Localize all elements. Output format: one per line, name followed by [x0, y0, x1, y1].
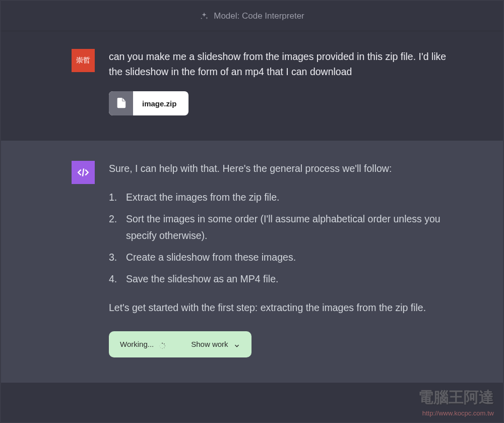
list-item: 2. Sort the images in some order (I'll a…	[109, 211, 453, 244]
list-item: 1. Extract the images from the zip file.	[109, 189, 453, 206]
svg-line-0	[83, 169, 84, 176]
sparkle-icon	[200, 12, 209, 21]
chevron-down-icon	[233, 341, 240, 348]
model-label: Model: Code Interpreter	[214, 11, 304, 21]
user-avatar: 崇哲	[72, 49, 95, 72]
watermark: 電腦王阿達	[418, 387, 494, 408]
user-message-text: can you make me a slideshow from the ima…	[109, 49, 453, 79]
watermark-url: http://www.kocpc.com.tw	[422, 409, 494, 417]
svg-point-5	[162, 348, 163, 348]
steps-list: 1. Extract the images from the zip file.…	[109, 189, 453, 288]
assistant-intro: Sure, I can help with that. Here's the g…	[109, 161, 453, 176]
list-item: 4. Save the slideshow as an MP4 file.	[109, 271, 453, 287]
assistant-message-block: Sure, I can help with that. Here's the g…	[1, 141, 503, 382]
spinner-icon	[159, 341, 166, 348]
svg-point-4	[164, 347, 164, 348]
assistant-avatar	[72, 161, 95, 184]
svg-point-2	[164, 343, 165, 344]
watermark-text: 電腦王阿達	[418, 387, 494, 408]
status-pill[interactable]: Working...	[109, 331, 251, 357]
svg-point-3	[165, 345, 166, 346]
file-icon	[109, 91, 133, 115]
user-message-block: 崇哲 can you make me a slideshow from the …	[1, 31, 503, 141]
assistant-outro: Let's get started with the first step: e…	[109, 299, 453, 316]
svg-point-1	[162, 342, 163, 343]
list-item: 3. Create a slideshow from these images.	[109, 249, 453, 266]
model-header: Model: Code Interpreter	[1, 1, 503, 31]
svg-point-6	[160, 347, 161, 348]
working-label: Working...	[120, 338, 154, 350]
svg-point-8	[160, 343, 161, 344]
file-name: image.zip	[133, 99, 188, 108]
svg-point-7	[159, 345, 160, 346]
file-attachment[interactable]: image.zip	[109, 91, 188, 115]
show-work-label: Show work	[191, 338, 228, 350]
